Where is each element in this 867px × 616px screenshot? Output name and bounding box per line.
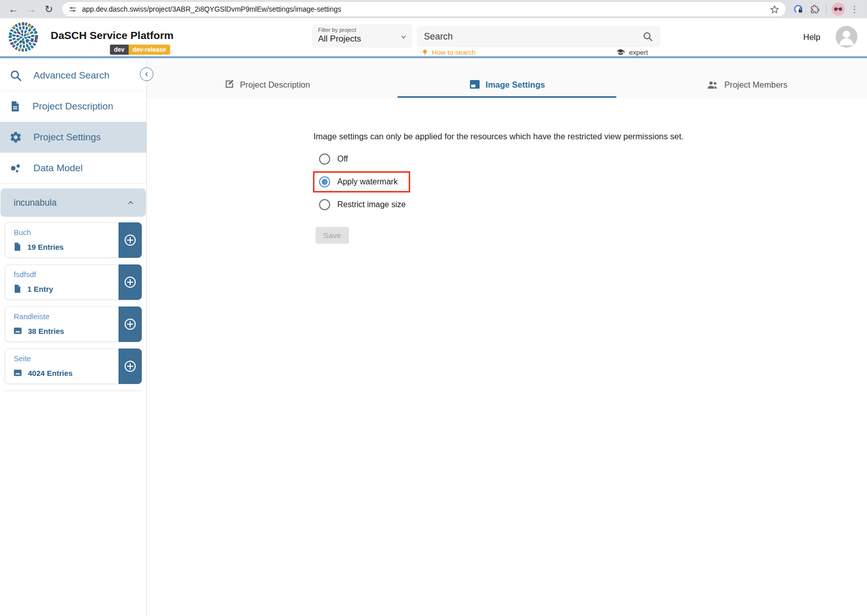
branding-watermark-icon bbox=[469, 79, 481, 90]
count-text: 38 Entries bbox=[28, 327, 64, 335]
browser-menu-icon[interactable]: ⋮ bbox=[847, 2, 862, 17]
radio-label[interactable]: Restrict image size bbox=[337, 200, 406, 209]
tab-label: Project Description bbox=[240, 80, 310, 90]
extensions-puzzle-icon[interactable] bbox=[807, 2, 822, 17]
url-text[interactable]: app.dev.dasch.swiss/project/3ABR_2i8QYGS… bbox=[82, 5, 765, 13]
search-box[interactable] bbox=[417, 26, 660, 47]
sidebar-item-advanced-search[interactable]: Advanced Search bbox=[0, 60, 146, 91]
add-resource-button[interactable] bbox=[119, 349, 142, 384]
browser-reload-button[interactable]: ↻ bbox=[41, 2, 57, 17]
save-button[interactable]: Save bbox=[316, 227, 349, 244]
image-settings-note: Image settings can only be applied for t… bbox=[313, 132, 684, 141]
class-title[interactable]: Randleiste bbox=[14, 312, 50, 321]
dev-badge: dev bbox=[110, 45, 129, 55]
sidebar-collapse-button[interactable] bbox=[140, 67, 153, 81]
search-input[interactable] bbox=[424, 31, 642, 42]
radio-option-off[interactable]: Off bbox=[313, 150, 410, 168]
project-filter-select[interactable]: Filter by project All Projects bbox=[312, 24, 412, 48]
gear-icon bbox=[9, 131, 22, 144]
radio-option-apply-watermark[interactable]: Apply watermark bbox=[319, 173, 398, 190]
help-link[interactable]: Help bbox=[803, 32, 820, 42]
resource-class-card-fsdfsdf[interactable]: fsdfsdf 1 Entry bbox=[5, 264, 142, 300]
radio-button-selected[interactable] bbox=[319, 176, 330, 187]
toolbar-divider bbox=[826, 5, 826, 14]
sidebar-divider bbox=[5, 391, 142, 391]
image-icon bbox=[13, 326, 23, 336]
settings-tabs: Project Description Image Settings Proje… bbox=[147, 60, 867, 98]
plus-circle-icon bbox=[123, 233, 137, 247]
release-badges: dev dev-release bbox=[110, 45, 170, 55]
sidebar-item-label: Advanced Search bbox=[33, 70, 109, 81]
scatter-dots-icon bbox=[9, 162, 22, 175]
main-content: Project Description Image Settings Proje… bbox=[147, 60, 867, 616]
document-icon bbox=[13, 284, 22, 294]
sidebar-item-project-description[interactable]: Project Description bbox=[0, 91, 146, 122]
how-to-search-link[interactable]: How to search bbox=[421, 49, 476, 56]
class-title[interactable]: Seite bbox=[14, 354, 31, 363]
search-icon[interactable] bbox=[642, 31, 653, 42]
add-resource-button[interactable] bbox=[119, 222, 142, 258]
class-title[interactable]: fsdfsdf bbox=[14, 270, 36, 279]
browser-profile-avatar[interactable] bbox=[831, 2, 846, 17]
sidebar-item-project-settings[interactable]: Project Settings bbox=[0, 122, 146, 153]
radio-button[interactable] bbox=[319, 199, 330, 210]
browser-forward-button[interactable]: → bbox=[23, 2, 40, 17]
class-count: 1 Entry bbox=[13, 284, 53, 294]
plus-circle-icon bbox=[123, 317, 137, 331]
highlight-red-box: Apply watermark bbox=[313, 171, 410, 192]
radio-button[interactable] bbox=[319, 153, 330, 165]
ontology-label: incunabula bbox=[14, 198, 57, 208]
add-resource-button[interactable] bbox=[119, 306, 142, 342]
image-icon bbox=[13, 368, 23, 378]
sidebar-item-label: Data Model bbox=[33, 163, 83, 174]
browser-back-button[interactable]: ← bbox=[5, 2, 22, 17]
radio-label[interactable]: Apply watermark bbox=[337, 177, 398, 186]
class-count: 19 Entries bbox=[13, 242, 64, 252]
tab-project-description[interactable]: Project Description bbox=[147, 60, 387, 98]
class-count: 4024 Entries bbox=[13, 368, 72, 378]
add-resource-button[interactable] bbox=[119, 264, 142, 300]
address-bar[interactable]: app.dev.dasch.swiss/project/3ABR_2i8QYGS… bbox=[62, 2, 785, 16]
edit-icon bbox=[224, 79, 235, 90]
count-text: 19 Entries bbox=[27, 243, 64, 251]
tab-label: Project Members bbox=[724, 80, 787, 90]
sidebar-item-label: Project Description bbox=[32, 101, 113, 112]
chevron-down-icon bbox=[400, 33, 407, 41]
site-settings-icon[interactable] bbox=[68, 5, 77, 14]
bookmark-star-icon[interactable] bbox=[770, 5, 779, 14]
resource-class-card-randleiste[interactable]: Randleiste 38 Entries bbox=[5, 306, 142, 342]
how-to-search-label: How to search bbox=[432, 49, 476, 56]
count-text: 4024 Entries bbox=[28, 369, 72, 377]
chevron-up-icon bbox=[127, 199, 135, 207]
tab-project-members[interactable]: Project Members bbox=[627, 60, 867, 98]
document-icon bbox=[13, 242, 22, 252]
expert-label: expert bbox=[629, 49, 648, 56]
sidebar-item-data-model[interactable]: Data Model bbox=[0, 153, 146, 184]
group-icon bbox=[706, 80, 719, 90]
app-header: DaSCH Service Platform dev dev-release F… bbox=[0, 18, 867, 58]
search-mode-expert[interactable]: expert bbox=[616, 49, 648, 56]
radio-option-restrict-image-size[interactable]: Restrict image size bbox=[313, 196, 410, 213]
dasch-logo[interactable] bbox=[7, 21, 40, 54]
user-avatar[interactable] bbox=[836, 26, 857, 48]
resource-class-card-buch[interactable]: Buch 19 Entries bbox=[5, 222, 142, 258]
browser-chrome: ← → ↻ app.dev.dasch.swiss/project/3ABR_2… bbox=[0, 0, 867, 18]
chevron-left-icon bbox=[143, 71, 150, 78]
tab-image-settings[interactable]: Image Settings bbox=[387, 60, 627, 98]
sidebar: Advanced Search Project Description Proj… bbox=[0, 60, 147, 616]
resource-class-card-seite[interactable]: Seite 4024 Entries bbox=[5, 349, 142, 384]
search-icon bbox=[9, 69, 22, 82]
class-title[interactable]: Buch bbox=[14, 228, 31, 237]
radio-label[interactable]: Off bbox=[337, 155, 348, 164]
ontology-header-incunabula[interactable]: incunabula bbox=[1, 188, 146, 217]
project-filter-value: All Projects bbox=[318, 34, 406, 44]
sidebar-item-label: Project Settings bbox=[33, 132, 101, 143]
lightbulb-icon bbox=[421, 49, 428, 56]
graduation-cap-icon bbox=[616, 49, 625, 56]
image-settings-form: Off Apply watermark Restrict image size … bbox=[313, 150, 410, 244]
app-title: DaSCH Service Platform bbox=[51, 29, 174, 42]
dev-release-badge: dev-release bbox=[129, 45, 170, 55]
document-icon bbox=[9, 100, 21, 113]
privacy-extension-icon[interactable] bbox=[791, 2, 806, 17]
resource-class-list: Buch 19 Entries fsdfsdf bbox=[0, 217, 146, 391]
